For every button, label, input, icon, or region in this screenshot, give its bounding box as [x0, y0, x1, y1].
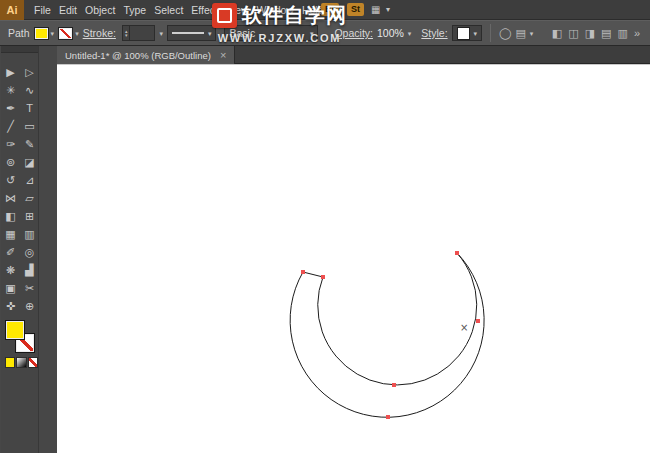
- brush-definition-dropdown[interactable]: Basic ▾: [224, 25, 318, 41]
- menu-item-select[interactable]: Select: [150, 0, 187, 20]
- brush-definition-value: Basic: [229, 27, 255, 39]
- anchor-point[interactable]: [321, 275, 325, 279]
- blend-tool[interactable]: ◎: [25, 247, 35, 258]
- style-swatch: [457, 27, 470, 40]
- width-profile-chevron-icon[interactable]: ▾: [208, 30, 212, 37]
- stroke-weight-stepper[interactable]: ▴▾: [122, 25, 156, 41]
- width-profile-preview: [172, 32, 204, 34]
- stroke-weight-field[interactable]: [130, 26, 154, 40]
- mesh-tool[interactable]: ▦: [5, 229, 15, 240]
- stroke-weight-dropdown-icon[interactable]: ▾: [159, 30, 163, 37]
- anchor-point[interactable]: [392, 383, 396, 387]
- opacity-label[interactable]: Opacity:: [334, 27, 373, 39]
- pen-tool[interactable]: ✒: [6, 103, 15, 114]
- perspective-grid-tool[interactable]: ⊞: [25, 211, 34, 222]
- gradient-tool[interactable]: ▥: [24, 229, 34, 240]
- fill-indicator-swatch[interactable]: [5, 320, 25, 340]
- align-horizontal-center-icon[interactable]: ◫: [568, 28, 578, 39]
- rotate-tool[interactable]: ↺: [6, 175, 15, 186]
- scale-tool[interactable]: ⊿: [25, 175, 34, 186]
- opacity-value[interactable]: 100%: [377, 27, 404, 39]
- workspace: ▶▷✳∿✒T╱▭✑✎⊚◪↺⊿⋈▱◧⊞▦▥✐◎❋▟▣✂✜⊕ Untitled-1*…: [0, 46, 650, 453]
- magic-wand-tool[interactable]: ✳: [6, 85, 15, 96]
- menu-item-window[interactable]: Window: [253, 0, 298, 20]
- menu-item-type[interactable]: Type: [119, 0, 150, 20]
- fill-color-swatch[interactable]: [34, 27, 49, 40]
- fill-dropdown-icon[interactable]: ▾: [51, 30, 55, 37]
- align-horizontal-left-icon[interactable]: ◧: [552, 28, 562, 39]
- control-bar-separator: [490, 24, 491, 42]
- brush-definition-chevron-icon[interactable]: ▾: [310, 30, 314, 37]
- selection-type-label: Path: [8, 27, 30, 39]
- anchor-point[interactable]: [455, 251, 459, 255]
- bridge-button[interactable]: Br: [321, 3, 339, 16]
- artwork-svg: ×: [57, 64, 650, 453]
- arrange-documents-icon[interactable]: ▦: [371, 0, 380, 20]
- direct-selection-tool[interactable]: ▷: [25, 67, 33, 78]
- menu-item-effect[interactable]: Effect: [187, 0, 222, 20]
- fill-color-control[interactable]: ▾: [34, 27, 55, 40]
- fill-stroke-indicator: [1, 320, 38, 357]
- options-dropdown-icon[interactable]: ▤: [515, 28, 525, 39]
- opacity-dropdown-icon[interactable]: ▾: [408, 30, 412, 37]
- selection-tool[interactable]: ▶: [6, 67, 14, 78]
- slice-tool[interactable]: ✂: [25, 283, 34, 294]
- toolbar-grip[interactable]: [1, 46, 38, 53]
- stroke-weight-label[interactable]: Stroke:: [83, 27, 116, 39]
- stroke-weight-arrows[interactable]: ▴▾: [123, 26, 131, 40]
- eraser-tool[interactable]: ◪: [24, 157, 34, 168]
- eyedropper-tool[interactable]: ✐: [6, 247, 15, 258]
- artboard-tool[interactable]: ▣: [5, 283, 15, 294]
- free-transform-tool[interactable]: ▱: [25, 193, 33, 204]
- style-dropdown[interactable]: ▾: [452, 25, 483, 41]
- canvas-area[interactable]: ×: [57, 64, 650, 453]
- stroke-color-swatch[interactable]: [58, 27, 73, 40]
- width-profile-dropdown[interactable]: ▾: [167, 25, 217, 41]
- menu-items: FileEditObjectTypeSelectEffectViewWindow…: [30, 0, 328, 20]
- align-horizontal-right-icon[interactable]: ◨: [585, 28, 595, 39]
- paintbrush-tool[interactable]: ✑: [6, 139, 15, 150]
- zoom-tool[interactable]: ⊕: [25, 301, 34, 312]
- style-chevron-icon[interactable]: ▾: [474, 30, 478, 37]
- stroke-color-control[interactable]: ▾: [58, 27, 79, 40]
- blob-brush-tool[interactable]: ⊚: [6, 157, 15, 168]
- anchor-point[interactable]: [476, 319, 480, 323]
- anchor-point[interactable]: [386, 415, 390, 419]
- none-mode-button[interactable]: [28, 357, 38, 368]
- stroke-weight-down-icon[interactable]: ▾: [125, 33, 128, 37]
- stock-button[interactable]: St: [347, 3, 364, 16]
- menu-item-file[interactable]: File: [30, 0, 55, 20]
- shape-builder-tool[interactable]: ◧: [5, 211, 15, 222]
- shape-center-marker: ×: [460, 322, 468, 333]
- color-mode-button[interactable]: [5, 357, 15, 368]
- stroke-dropdown-icon[interactable]: ▾: [75, 30, 79, 37]
- pencil-tool[interactable]: ✎: [25, 139, 34, 150]
- menu-item-edit[interactable]: Edit: [55, 0, 81, 20]
- tab-close-icon[interactable]: ×: [220, 50, 226, 61]
- recolor-artwork-icon[interactable]: ◯: [499, 28, 511, 39]
- symbol-sprayer-tool[interactable]: ❋: [6, 265, 15, 276]
- left-dock: ▶▷✳∿✒T╱▭✑✎⊚◪↺⊿⋈▱◧⊞▦▥✐◎❋▟▣✂✜⊕: [0, 46, 57, 453]
- distribute-vertical-icon[interactable]: ▥: [617, 28, 627, 39]
- hand-tool[interactable]: ✜: [6, 301, 15, 312]
- anchor-point[interactable]: [301, 270, 305, 274]
- type-tool[interactable]: T: [26, 103, 33, 114]
- crescent-path[interactable]: [290, 253, 484, 417]
- lasso-tool[interactable]: ∿: [25, 85, 34, 96]
- gradient-mode-button[interactable]: [16, 357, 26, 368]
- column-graph-tool[interactable]: ▟: [25, 265, 33, 276]
- workspace-chevron-icon[interactable]: ▾: [386, 0, 390, 20]
- menu-item-view[interactable]: View: [222, 0, 253, 20]
- control-bar: Path ▾ ▾ Stroke: ▴▾ ▾ ▾ Basic ▾ Opacity:…: [0, 20, 650, 46]
- options-chevron-icon[interactable]: ▾: [530, 30, 534, 37]
- width-tool[interactable]: ⋈: [5, 193, 16, 204]
- distribute-horizontal-icon[interactable]: ▤: [601, 28, 611, 39]
- rectangle-tool[interactable]: ▭: [24, 121, 34, 132]
- more-controls-icon[interactable]: »: [634, 28, 640, 39]
- line-segment-tool[interactable]: ╱: [7, 121, 14, 132]
- document-tab[interactable]: Untitled-1* @ 100% (RGB/Outline) ×: [57, 46, 235, 64]
- tools-panel: ▶▷✳∿✒T╱▭✑✎⊚◪↺⊿⋈▱◧⊞▦▥✐◎❋▟▣✂✜⊕: [1, 46, 39, 453]
- menu-item-object[interactable]: Object: [81, 0, 119, 20]
- style-label[interactable]: Style:: [421, 27, 447, 39]
- document-area: Untitled-1* @ 100% (RGB/Outline) × ×: [57, 46, 650, 453]
